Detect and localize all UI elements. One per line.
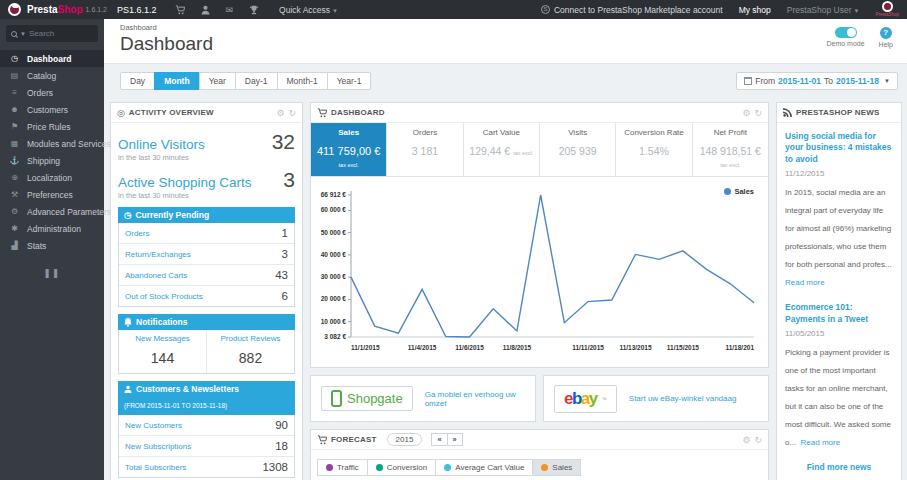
- prestashop-logo-icon: [8, 3, 21, 16]
- customers-list: New Customers90 New Subscriptions18 Tota…: [118, 415, 295, 478]
- cart-icon: [317, 108, 327, 118]
- dashboard-icon: ◷: [9, 54, 20, 63]
- metric-visits[interactable]: Visits205 939: [540, 123, 616, 176]
- sidebar-item-preferences[interactable]: ⚒Preferences: [0, 186, 104, 203]
- gear-icon[interactable]: ⚙: [276, 108, 284, 118]
- metric-net-profit[interactable]: Net Profit148 918,51 € tax excl.: [693, 123, 768, 176]
- trophy-icon[interactable]: [249, 5, 259, 15]
- toggle-sales[interactable]: Sales: [532, 459, 581, 476]
- user-menu[interactable]: PrestaShop User▼: [787, 5, 860, 15]
- forecast-prev-button[interactable]: «: [431, 433, 447, 446]
- filter-day-1-button[interactable]: Day-1: [235, 72, 278, 90]
- toggle-conversion[interactable]: Conversion: [367, 459, 436, 476]
- read-more-link[interactable]: Read more: [785, 278, 825, 287]
- sidebar-item-localization[interactable]: ⊕Localization: [0, 169, 104, 186]
- date-from: 2015-11-01: [778, 76, 821, 86]
- toggle-average-cart-value[interactable]: Average Cart Value: [435, 459, 533, 476]
- refresh-icon[interactable]: ↻: [754, 108, 762, 118]
- new-subscriptions-row[interactable]: New Subscriptions18: [119, 436, 294, 457]
- sidebar-item-dashboard[interactable]: ◷Dashboard: [0, 50, 104, 67]
- gear-icon[interactable]: ⚙: [742, 435, 750, 445]
- svg-text:10 000 €: 10 000 €: [321, 318, 347, 325]
- sidebar-item-catalog[interactable]: ▤Catalog: [0, 67, 104, 84]
- pending-row-out-of-stock[interactable]: Out of Stock Products6: [119, 286, 294, 306]
- news-article: Using social media for your business: 4 …: [785, 131, 893, 289]
- filter-day-button[interactable]: Day: [120, 72, 155, 90]
- sidebar-item-advanced-parameters[interactable]: ⚙Advanced Parameters: [0, 203, 104, 220]
- user-icon[interactable]: [201, 5, 210, 15]
- sidebar-item-shipping[interactable]: ⚓Shipping: [0, 152, 104, 169]
- pending-row-returns[interactable]: Return/Exchanges3: [119, 244, 294, 265]
- page-title: Dashboard: [120, 33, 895, 55]
- sidebar-item-stats[interactable]: ▟Stats: [0, 237, 104, 254]
- filter-month-1-button[interactable]: Month-1: [277, 72, 328, 90]
- sidebar-item-price-rules[interactable]: ⚑Price Rules: [0, 118, 104, 135]
- date-range-picker[interactable]: From 2015-11-01 To 2015-11-18 ▼: [736, 72, 898, 90]
- metric-cart-value[interactable]: Cart Value129,44 € tax excl.: [464, 123, 540, 176]
- news-article-title[interactable]: Using social media for your business: 4 …: [785, 131, 893, 165]
- prestashop-news-panel: PRESTASHOP NEWS Using social media for y…: [776, 102, 902, 480]
- search-input[interactable]: [29, 29, 93, 38]
- sidebar-item-modules[interactable]: ▦Modules and Services: [0, 135, 104, 152]
- help-icon[interactable]: ?: [880, 27, 892, 39]
- breadcrumb[interactable]: Dashboard: [120, 23, 895, 32]
- filter-month-button[interactable]: Month: [154, 72, 200, 90]
- clock-icon: ◷: [124, 210, 131, 220]
- avatar-image: [882, 1, 893, 12]
- sales-chart: 3 082 €10 000 €20 000 €30 000 €40 000 €5…: [313, 179, 766, 359]
- metric-sales[interactable]: Sales411 759,00 € tax excl.: [311, 123, 387, 176]
- quick-access-menu[interactable]: Quick Access▼: [279, 5, 338, 15]
- metric-tabs: Sales411 759,00 € tax excl. Orders3 181 …: [311, 123, 768, 177]
- mail-icon[interactable]: ✉: [226, 5, 234, 15]
- news-article-title[interactable]: Ecommerce 101: Payments in a Tweet: [785, 302, 893, 325]
- legend-dot: [724, 188, 731, 195]
- ebay-logo[interactable]: ebay™: [554, 385, 617, 413]
- demo-mode-toggle[interactable]: [835, 27, 857, 38]
- find-more-news-link[interactable]: Find more news: [785, 462, 893, 472]
- sidebar-collapse-button[interactable]: ❚❚: [0, 268, 104, 278]
- shopgate-logo[interactable]: Shopgate: [321, 386, 413, 411]
- chevron-down-icon: ▼: [854, 8, 860, 14]
- shop-code[interactable]: PS1.6.1.2: [117, 5, 157, 15]
- online-visitors-link[interactable]: Online Visitors: [118, 137, 205, 152]
- sidebar-item-orders[interactable]: ≡Orders: [0, 84, 104, 101]
- new-customers-row[interactable]: New Customers90: [119, 415, 294, 436]
- avatar[interactable]: PrestaShop: [875, 1, 899, 18]
- sidebar-item-administration[interactable]: ✱Administration: [0, 220, 104, 237]
- sidebar-item-customers[interactable]: ☻Customers: [0, 101, 104, 118]
- localization-icon: ⊕: [9, 173, 20, 182]
- customers-newsletters-header: Customers & Newsletters (FROM 2015-11-01…: [118, 381, 295, 415]
- metric-conversion-rate[interactable]: Conversion Rate1.54%: [616, 123, 692, 176]
- my-shop-link[interactable]: My shop: [739, 5, 771, 15]
- svg-text:11/11/2015: 11/11/2015: [572, 344, 604, 351]
- pending-row-orders[interactable]: Orders1: [119, 223, 294, 244]
- pending-row-abandoned-carts[interactable]: Abandoned Carts43: [119, 265, 294, 286]
- connect-icon: S: [541, 5, 550, 14]
- new-messages-cell[interactable]: New Messages144: [119, 330, 206, 373]
- active-carts-link[interactable]: Active Shopping Carts: [118, 175, 252, 190]
- filter-year-1-button[interactable]: Year-1: [327, 72, 372, 90]
- activity-icon: ◎: [117, 108, 125, 118]
- sidebar-search[interactable]: ▼: [6, 25, 98, 42]
- preferences-icon: ⚒: [9, 190, 20, 199]
- svg-text:20 000 €: 20 000 €: [321, 295, 347, 302]
- toggle-traffic[interactable]: Traffic: [317, 459, 368, 476]
- chevron-down-icon[interactable]: ▼: [20, 31, 26, 37]
- cart-icon[interactable]: [175, 5, 185, 15]
- sales-dot: [541, 464, 548, 471]
- refresh-icon[interactable]: ↻: [288, 108, 296, 118]
- filter-year-button[interactable]: Year: [199, 72, 236, 90]
- forecast-next-button[interactable]: »: [447, 433, 463, 446]
- shopgate-link[interactable]: Ga mobiel en verhoog uw omzet: [425, 390, 525, 408]
- total-subscribers-row[interactable]: Total Subscribers1308: [119, 457, 294, 477]
- refresh-icon[interactable]: ↻: [754, 435, 762, 445]
- read-more-link[interactable]: Read more: [801, 438, 841, 447]
- product-reviews-cell[interactable]: Product Reviews882: [206, 330, 294, 373]
- svg-text:30 000 €: 30 000 €: [321, 273, 347, 280]
- ebay-link[interactable]: Start uw eBay-winkel vandaag: [629, 394, 737, 403]
- metric-orders[interactable]: Orders3 181: [387, 123, 463, 176]
- gear-icon[interactable]: ⚙: [742, 108, 750, 118]
- orders-icon: ≡: [9, 88, 20, 97]
- marketplace-link[interactable]: SConnect to PrestaShop Marketplace accou…: [541, 5, 723, 15]
- brand[interactable]: PrestaShop: [27, 4, 83, 15]
